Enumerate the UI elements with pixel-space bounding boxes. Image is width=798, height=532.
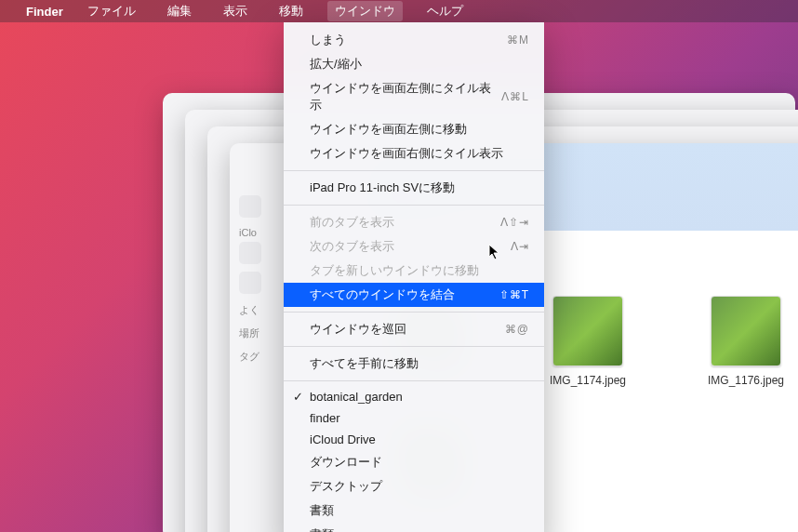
menu-item-label: ウインドウを巡回 (310, 321, 406, 338)
menubar-item[interactable]: ウインドウ (327, 1, 403, 21)
menubar-item[interactable]: 表示 (216, 1, 255, 21)
menu-shortcut: ⌘M (507, 33, 529, 47)
file-thumbnail[interactable]: IMG_1176.jpeg (690, 296, 798, 387)
menubar-item[interactable]: ヘルプ (419, 1, 471, 21)
menu-item-label: 前のタブを表示 (310, 214, 394, 231)
menu-separator (284, 380, 544, 381)
menu-item-label: すべてを手前に移動 (310, 355, 419, 372)
menu-item[interactable]: ウインドウを画面左側にタイル表示ᐱ⌘L (284, 76, 544, 117)
menu-separator (284, 346, 544, 347)
menu-item[interactable]: ウインドウを巡回⌘@ (284, 317, 544, 341)
menu-item-label: ウインドウを画面左側に移動 (310, 121, 467, 138)
menu-item-label: ダウンロード (310, 454, 382, 471)
file-name: IMG_1174.jpeg (532, 374, 644, 387)
menu-item[interactable]: デスクトップ (284, 474, 544, 499)
menu-item: 次のタブを表示ᐱ⇥ (284, 234, 544, 259)
menu-item[interactable]: ✓botanical_garden (284, 386, 544, 407)
menu-item-label: デスクトップ (310, 478, 382, 495)
sidebar-icon-stub[interactable] (239, 242, 261, 264)
menu-shortcut: ᐱ⇧⇥ (500, 216, 529, 229)
menu-item[interactable]: ダウンロード (284, 450, 544, 474)
menubar-app-name[interactable]: Finder (26, 5, 63, 19)
menu-item[interactable]: iCloud Drive (284, 429, 544, 450)
sidebar-icon-stub (239, 195, 261, 218)
menu-item-label: 拡大/縮小 (310, 56, 362, 73)
menu-item-label: ウインドウを画面左側にタイル表示 (310, 80, 501, 113)
menu-item[interactable]: すべてを手前に移動 (284, 352, 544, 376)
menu-item[interactable]: 書類 (284, 523, 544, 532)
menu-separator (284, 170, 544, 171)
image-preview-icon (552, 296, 623, 366)
menu-item-label: botanical_garden (310, 390, 403, 404)
file-thumbnail[interactable]: IMG_1174.jpeg (532, 296, 644, 387)
menu-item[interactable]: ウインドウを画面右側にタイル表示 (284, 141, 544, 166)
image-preview-icon (711, 296, 781, 366)
menu-item: 前のタブを表示ᐱ⇧⇥ (284, 210, 544, 234)
menu-item-label: finder (310, 411, 340, 425)
menu-item: タブを新しいウインドウに移動 (284, 259, 544, 283)
menu-separator (284, 312, 544, 313)
menu-shortcut: ⌘@ (505, 323, 529, 336)
menu-shortcut: ⇧⌘T (499, 288, 529, 301)
menu-item-label: 書類 (310, 526, 334, 532)
menu-item[interactable]: finder (284, 407, 544, 429)
menu-item[interactable]: 拡大/縮小 (284, 52, 544, 76)
menu-item[interactable]: 書類 (284, 499, 544, 523)
window-menu-dropdown: しまう⌘M拡大/縮小ウインドウを画面左側にタイル表示ᐱ⌘Lウインドウを画面左側に… (284, 22, 544, 532)
menu-item-label: タブを新しいウインドウに移動 (310, 262, 479, 279)
sidebar-icon-stub[interactable] (239, 272, 261, 294)
file-name: IMG_1176.jpeg (690, 374, 798, 387)
menu-item-label: ウインドウを画面右側にタイル表示 (310, 145, 503, 162)
menubar-item[interactable]: 移動 (272, 1, 311, 21)
menubar-item[interactable]: ファイル (80, 1, 143, 21)
menu-item-label: しまう (310, 32, 346, 48)
menu-shortcut: ᐱ⇥ (511, 240, 529, 253)
check-icon: ✓ (293, 390, 303, 404)
menu-item-label: 書類 (310, 502, 334, 519)
menu-separator (284, 205, 544, 206)
menu-shortcut: ᐱ⌘L (501, 90, 529, 103)
menu-item-label: すべてのウインドウを結合 (310, 286, 455, 303)
menu-item[interactable]: ウインドウを画面左側に移動 (284, 117, 544, 141)
menu-item-label: 次のタブを表示 (310, 238, 394, 255)
menubar: Finder ファイル編集表示移動ウインドウヘルプ (0, 0, 798, 22)
menu-item[interactable]: iPad Pro 11-inch SVに移動 (284, 176, 544, 200)
menu-item[interactable]: すべてのウインドウを結合⇧⌘T (284, 283, 544, 307)
cursor-icon (488, 244, 501, 260)
menu-item-label: iCloud Drive (310, 432, 376, 446)
menu-item[interactable]: しまう⌘M (284, 28, 544, 52)
menu-item-label: iPad Pro 11-inch SVに移動 (310, 180, 455, 196)
menubar-item[interactable]: 編集 (160, 1, 199, 21)
